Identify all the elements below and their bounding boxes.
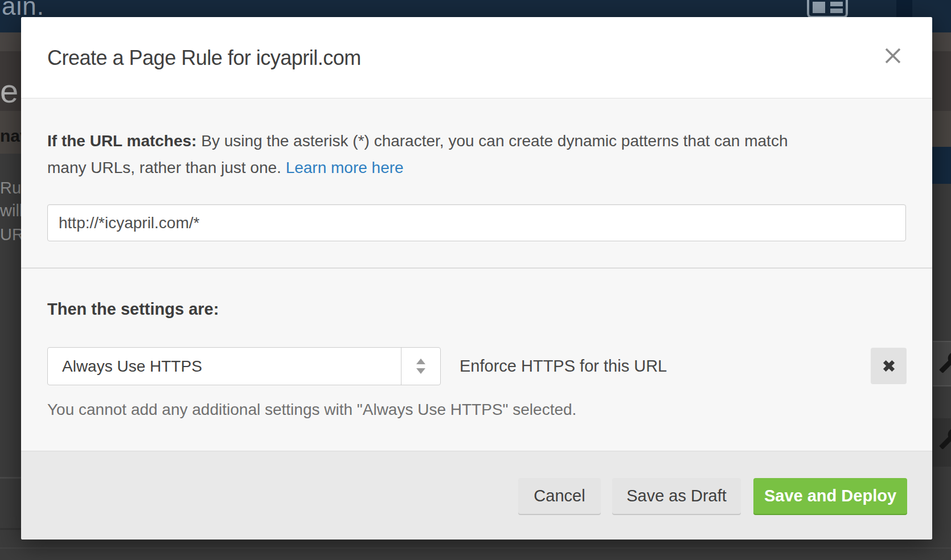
url-pattern-input[interactable]: [47, 204, 906, 241]
background-row-divider: [0, 547, 951, 549]
close-button[interactable]: [879, 42, 907, 69]
create-page-rule-modal: Create a Page Rule for icyapril.com If t…: [21, 17, 932, 540]
save-and-deploy-button[interactable]: Save and Deploy: [753, 478, 907, 514]
setting-select[interactable]: Always Use HTTPS: [47, 347, 441, 385]
section-divider: [21, 267, 932, 269]
wrench-icon: [938, 427, 951, 450]
modal-header: Create a Page Rule for icyapril.com: [21, 17, 932, 98]
setting-description: Enforce HTTPS for this URL: [460, 347, 667, 385]
chevron-up-icon: [416, 359, 425, 364]
background-text-fragment: e: [0, 72, 18, 110]
remove-setting-button[interactable]: [871, 348, 907, 384]
background-text-fragment: UR: [0, 225, 24, 244]
background-row: [933, 341, 951, 386]
layout-icon-bar: [830, 2, 843, 6]
wrench-icon: [938, 351, 951, 374]
url-match-text-line2: many URLs, rather than just one.: [47, 159, 286, 176]
setting-helper-text: You cannot add any additional settings w…: [47, 401, 576, 419]
learn-more-link[interactable]: Learn more here: [286, 159, 404, 176]
select-stepper[interactable]: [401, 348, 440, 385]
url-match-description: If the URL matches: By using the asteris…: [47, 127, 913, 181]
close-icon: [883, 46, 903, 66]
cancel-button[interactable]: Cancel: [518, 478, 601, 514]
modal-footer: Cancel Save as Draft Save and Deploy: [21, 451, 932, 540]
remove-icon: [879, 356, 899, 376]
modal-title: Create a Page Rule for icyapril.com: [47, 17, 361, 98]
layout-columns-icon: [807, 0, 848, 18]
background-row-divider: [0, 528, 21, 530]
url-match-label: If the URL matches:: [47, 132, 196, 150]
background-blue-button-sliver: [930, 147, 951, 184]
background-row-divider: [0, 477, 21, 479]
url-match-text-line1: By using the asterisk (*) character, you…: [196, 132, 788, 150]
background-row: [933, 418, 951, 467]
layout-icon-block: [813, 2, 825, 13]
background-text-fragment: Ru: [0, 179, 21, 197]
background-text-fragment: will: [0, 201, 23, 220]
chevron-down-icon: [416, 368, 425, 374]
setting-select-value: Always Use HTTPS: [62, 348, 202, 385]
settings-heading: Then the settings are:: [47, 300, 219, 319]
layout-icon-bar: [830, 9, 843, 13]
save-as-draft-button[interactable]: Save as Draft: [612, 478, 741, 514]
